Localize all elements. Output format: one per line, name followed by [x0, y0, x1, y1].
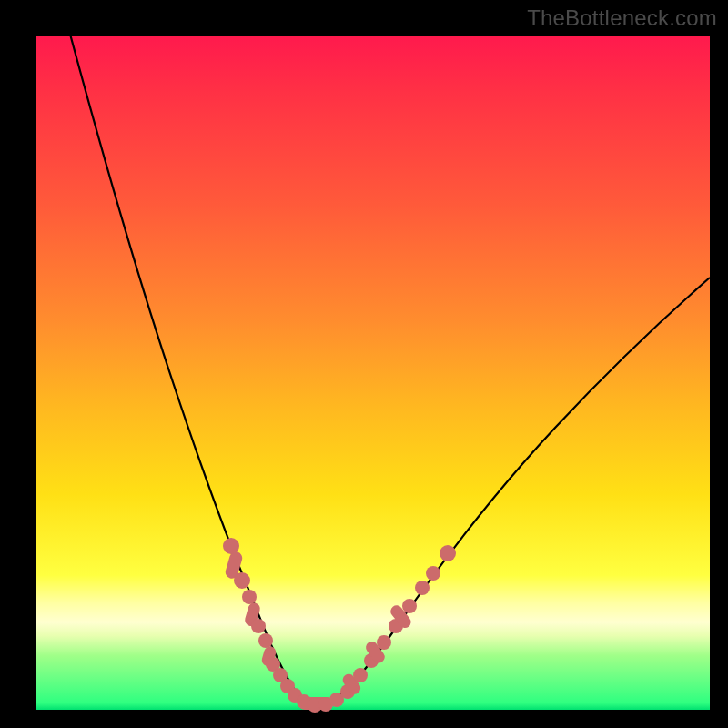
watermark-text: TheBottleneck.com — [527, 5, 717, 31]
svg-point-5 — [251, 619, 266, 633]
svg-point-2 — [234, 572, 250, 589]
svg-point-22 — [377, 635, 391, 650]
svg-point-26 — [415, 581, 430, 595]
svg-point-27 — [426, 566, 440, 581]
svg-point-19 — [353, 668, 368, 682]
highlighted-markers — [223, 538, 456, 713]
bottleneck-curve — [68, 27, 710, 706]
chart-frame: TheBottleneck.com — [0, 0, 728, 728]
curve-layer — [36, 36, 710, 710]
svg-point-0 — [223, 538, 239, 554]
svg-point-6 — [258, 633, 273, 648]
svg-point-28 — [440, 545, 456, 561]
plot-area — [36, 36, 710, 710]
svg-point-3 — [242, 590, 257, 604]
svg-point-25 — [402, 599, 417, 613]
